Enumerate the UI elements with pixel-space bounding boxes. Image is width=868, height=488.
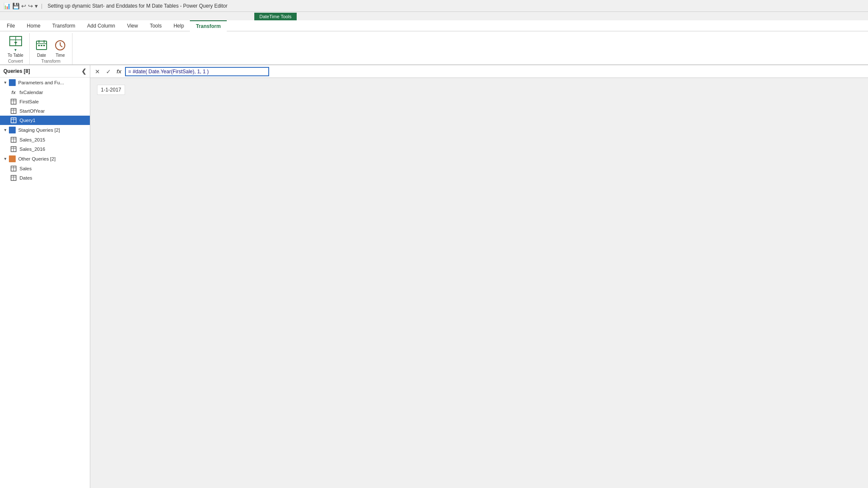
svg-rect-9: [41, 45, 42, 46]
svg-rect-10: [43, 45, 45, 46]
group-icon-params: [9, 79, 16, 86]
group-icon-staging: [9, 127, 16, 133]
table-icon-query1: [10, 117, 17, 124]
date-label: Date: [37, 53, 46, 58]
queries-count-label: Queries [8]: [3, 68, 30, 74]
context-tab-strip: DateTime Tools: [0, 12, 868, 20]
tab-file[interactable]: File: [1, 20, 21, 31]
time-icon: [54, 39, 66, 53]
quick-access-toolbar: 📊 💾 ↩ ↪ ▾ |: [3, 3, 42, 9]
formula-bar: ✕ ✓ fx: [90, 65, 868, 78]
sidebar-item-query1[interactable]: Query1: [0, 116, 90, 125]
formula-cancel-button[interactable]: ✕: [93, 67, 102, 76]
main-layout: Queries [8] ❮ ▼ Parameters and Fu... fx …: [0, 65, 868, 488]
item-label-sales2016: Sales_2016: [19, 147, 45, 152]
table-icon-startofyear: [10, 108, 17, 114]
tab-tools[interactable]: Tools: [144, 20, 167, 31]
sidebar-item-sales2015[interactable]: Sales_2015: [0, 135, 90, 144]
query-group-params: ▼ Parameters and Fu... fx fxCalendar: [0, 78, 90, 125]
tab-transform[interactable]: Transform: [46, 20, 81, 31]
sidebar: Queries [8] ❮ ▼ Parameters and Fu... fx …: [0, 65, 90, 488]
group-label-params: Parameters and Fu...: [18, 80, 64, 85]
item-label-sales: Sales: [19, 166, 32, 171]
sidebar-item-startofyear[interactable]: StartOfYear: [0, 106, 90, 116]
sidebar-item-fxcalendar[interactable]: fx fxCalendar: [0, 88, 90, 97]
sidebar-item-dates[interactable]: Dates: [0, 173, 90, 183]
to-table-button[interactable]: ▾ To Table: [5, 35, 26, 59]
group-arrow-other: ▼: [3, 157, 7, 161]
item-label-sales2015: Sales_2015: [19, 137, 45, 142]
tab-transform-context[interactable]: Transform: [190, 20, 227, 31]
title-bar: 📊 💾 ↩ ↪ ▾ | Setting up dynamic Start- an…: [0, 0, 868, 12]
content-area: ✕ ✓ fx 1-1-2017: [90, 65, 868, 488]
table-icon-firstsale: [10, 98, 17, 105]
to-table-label: To Table: [8, 53, 23, 58]
data-cell-value: 1-1-2017: [97, 85, 125, 95]
transform-group-content: Date Time: [33, 35, 69, 59]
item-label-firstsale: FirstSale: [19, 99, 39, 104]
svg-marker-3: [14, 42, 17, 44]
svg-rect-8: [38, 45, 40, 46]
window-title: Setting up dynamic Start- and Enddates f…: [47, 3, 228, 9]
sidebar-collapse-button[interactable]: ❮: [81, 68, 86, 75]
ribbon: ▾ To Table Convert: [0, 31, 868, 65]
tab-add-column[interactable]: Add Column: [81, 20, 121, 31]
item-label-query1: Query1: [19, 118, 36, 123]
transform-group-label: Transform: [33, 59, 69, 64]
dropdown-icon[interactable]: ▾: [35, 3, 38, 9]
data-area: 1-1-2017: [90, 78, 868, 488]
group-header-other[interactable]: ▼ Other Queries [2]: [0, 154, 90, 164]
group-header-staging[interactable]: ▼ Staging Queries [2]: [0, 125, 90, 135]
transform-group: Date Time Transform: [30, 33, 72, 64]
table-icon-sales2016: [10, 146, 17, 152]
group-header-params[interactable]: ▼ Parameters and Fu...: [0, 78, 90, 88]
sidebar-item-sales[interactable]: Sales: [0, 164, 90, 173]
sidebar-item-firstsale[interactable]: FirstSale: [0, 97, 90, 106]
fx-icon-fxcalendar: fx: [10, 89, 17, 96]
time-button[interactable]: Time: [52, 38, 69, 59]
convert-group-content: ▾ To Table: [5, 35, 26, 59]
ribbon-tabs: File Home Transform Add Column View Tool…: [0, 20, 868, 31]
formula-fx-label: fx: [115, 68, 123, 75]
item-label-startofyear: StartOfYear: [19, 108, 45, 114]
tab-home[interactable]: Home: [21, 20, 46, 31]
sidebar-item-sales2016[interactable]: Sales_2016: [0, 144, 90, 154]
group-label-staging: Staging Queries [2]: [18, 128, 60, 133]
convert-group-label: Convert: [5, 59, 26, 64]
date-icon: [36, 39, 47, 53]
undo-icon[interactable]: ↩: [21, 3, 26, 9]
tab-view[interactable]: View: [121, 20, 144, 31]
redo-icon[interactable]: ↪: [28, 3, 33, 9]
group-arrow-staging: ▼: [3, 128, 7, 132]
query-group-staging: ▼ Staging Queries [2] Sales_2015: [0, 125, 90, 154]
save-icon[interactable]: 💾: [12, 3, 19, 9]
sidebar-header: Queries [8] ❮: [0, 65, 90, 78]
tab-help[interactable]: Help: [167, 20, 190, 31]
svg-line-13: [60, 45, 62, 47]
item-label-fxcalendar: fxCalendar: [19, 90, 43, 95]
time-label: Time: [56, 53, 65, 58]
to-table-icon: ▾: [9, 36, 22, 52]
formula-confirm-button[interactable]: ✓: [104, 67, 113, 76]
table-icon-sales: [10, 165, 17, 172]
formula-input[interactable]: [125, 67, 269, 76]
to-table-dropdown-arrow[interactable]: ▾: [14, 47, 17, 52]
date-button[interactable]: Date: [33, 38, 50, 59]
context-tab-datetime[interactable]: DateTime Tools: [254, 13, 297, 20]
table-icon-dates: [10, 175, 17, 181]
chart-icon[interactable]: 📊: [3, 3, 11, 9]
query-group-other: ▼ Other Queries [2] Sales: [0, 154, 90, 183]
convert-group: ▾ To Table Convert: [2, 33, 30, 64]
group-label-other: Other Queries [2]: [18, 156, 56, 161]
item-label-dates: Dates: [19, 175, 32, 180]
group-arrow-params: ▼: [3, 80, 7, 85]
group-icon-other: [9, 155, 16, 162]
table-icon-sales2015: [10, 136, 17, 143]
